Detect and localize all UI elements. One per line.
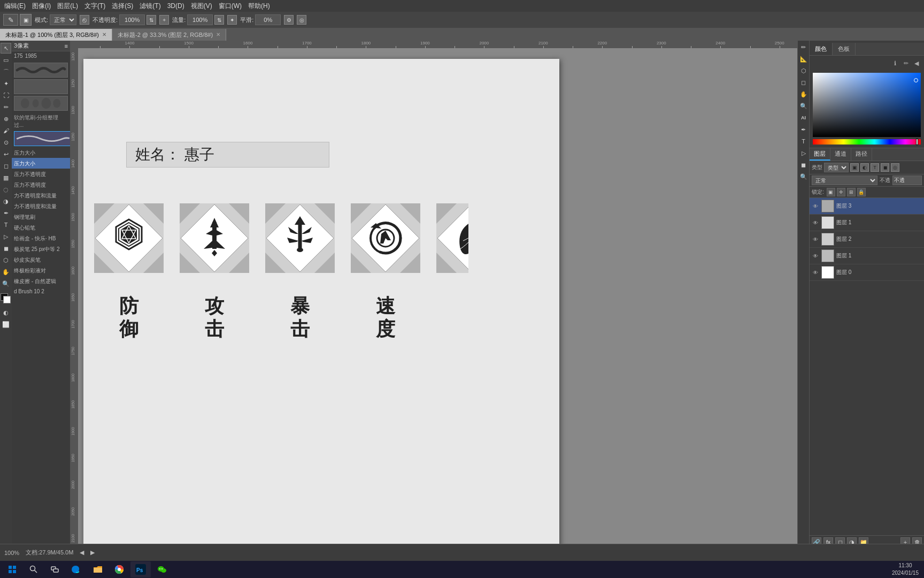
- tool-history-brush[interactable]: ↩: [1, 149, 11, 159]
- pressure-item-9[interactable]: 极炭笔 25 px中等 2: [12, 244, 70, 254]
- opacity-value-input[interactable]: [892, 176, 922, 185]
- pressure-item-4[interactable]: 力不透明度和流量: [12, 190, 70, 201]
- tool-eyedropper[interactable]: ✏: [1, 102, 11, 112]
- layers-tab-layers[interactable]: 图层: [810, 148, 830, 161]
- tool-wand[interactable]: ✦: [1, 78, 11, 89]
- extra-settings[interactable]: ◎: [297, 15, 306, 25]
- tool-heal[interactable]: ⊕: [1, 113, 11, 124]
- tool-crop[interactable]: ⛶: [1, 90, 11, 101]
- blend-mode-select[interactable]: 正常: [812, 176, 877, 185]
- pressure-item-10[interactable]: 砂皮实炭笔: [12, 254, 70, 265]
- opacity-input[interactable]: [119, 14, 145, 25]
- lock-all[interactable]: 🔒: [857, 188, 866, 196]
- right-icon-eyedropper[interactable]: ✏: [798, 42, 809, 52]
- menu-select[interactable]: 选择(S): [112, 2, 133, 11]
- win-taskview[interactable]: [45, 561, 65, 577]
- panel-icon-collapse[interactable]: ◀: [912, 59, 921, 67]
- layer-row-1a[interactable]: 👁 图层 1: [810, 215, 924, 231]
- layer-2-eye[interactable]: 👁: [812, 235, 819, 243]
- pressure-item-11[interactable]: 终极粉彩液对: [12, 265, 70, 276]
- panel-icon-eyedropper[interactable]: ✏: [902, 59, 910, 67]
- tool-stamp[interactable]: ⊙: [1, 137, 11, 148]
- tool-text[interactable]: T: [1, 219, 11, 230]
- pressure-item-0[interactable]: 压力大小: [12, 147, 70, 158]
- lock-position[interactable]: ✛: [837, 188, 845, 196]
- fg-color-swatch[interactable]: [1, 293, 11, 304]
- hue-bar[interactable]: [813, 139, 921, 144]
- win-photoshop[interactable]: Ps: [130, 561, 151, 577]
- win-explorer[interactable]: [88, 561, 108, 577]
- layer-row-1b[interactable]: 👁 图层 1: [810, 248, 924, 264]
- tool-screen-mode[interactable]: ⬜: [1, 319, 11, 330]
- pressure-item-12[interactable]: 橡皮擦 - 自然逻辑: [12, 276, 70, 286]
- brush-thumb-2[interactable]: [14, 96, 68, 111]
- layer-filter-smart[interactable]: ◎: [891, 163, 899, 172]
- tab-0-close[interactable]: ✕: [102, 32, 106, 37]
- menu-layer[interactable]: 图层(L): [57, 2, 78, 11]
- layer-0-eye[interactable]: 👁: [812, 269, 819, 276]
- tool-zoom[interactable]: 🔍: [1, 278, 11, 289]
- smooth-input[interactable]: [255, 14, 281, 25]
- tool-eraser[interactable]: ◻: [1, 161, 11, 171]
- color-gradient[interactable]: [813, 73, 921, 137]
- brush-panel-collapse[interactable]: ≡: [65, 43, 68, 49]
- tool-3d[interactable]: ⬡: [1, 255, 11, 265]
- pressure-icon[interactable]: ⎋: [80, 15, 89, 25]
- airbrush-icon[interactable]: ✦: [159, 15, 169, 25]
- menu-image[interactable]: 图像(I): [32, 2, 51, 11]
- panel-icon-info[interactable]: ℹ: [891, 59, 899, 67]
- right-tab-color[interactable]: 颜色: [810, 43, 833, 55]
- right-icon-select[interactable]: ◻: [798, 77, 809, 88]
- pressure-item-3[interactable]: 压力不透明度: [12, 179, 70, 190]
- win-start[interactable]: [2, 561, 22, 577]
- tab-1-close[interactable]: ✕: [216, 32, 220, 37]
- layers-tab-channels[interactable]: 通道: [830, 148, 851, 161]
- tab-0[interactable]: 未标题-1 @ 100% (图层 3, RGB/8#) ✕: [0, 29, 112, 41]
- layer-3-eye[interactable]: 👁: [812, 202, 819, 210]
- flow-toggle[interactable]: ⇅: [214, 15, 224, 25]
- pressure-item-13[interactable]: d Brush 10 2: [12, 286, 70, 295]
- tool-move[interactable]: ↖: [1, 43, 11, 54]
- canvas-area[interactable]: 姓名： 惠子: [78, 48, 809, 561]
- scroll-left[interactable]: ◀: [80, 549, 84, 556]
- right-icon-path[interactable]: ▷: [798, 148, 809, 158]
- right-icon-text[interactable]: T: [798, 136, 809, 147]
- pressure-item-8[interactable]: 给画盒 - 快乐· HB: [12, 233, 70, 244]
- pressure-item-1[interactable]: 压力大小: [12, 158, 70, 169]
- lock-artboard[interactable]: ⊞: [847, 188, 856, 196]
- pressure-item-2[interactable]: 压力不透明度: [12, 169, 70, 179]
- layer-1a-eye[interactable]: 👁: [812, 219, 819, 226]
- layer-filter-pixel[interactable]: ▣: [850, 163, 859, 172]
- flow-icon2[interactable]: ✦: [227, 15, 237, 25]
- right-icon-pen[interactable]: ✒: [798, 124, 809, 135]
- menu-edit[interactable]: 编辑(E): [4, 2, 26, 11]
- win-wechat[interactable]: [152, 561, 172, 577]
- menu-filter[interactable]: 滤镜(T): [140, 2, 160, 11]
- opacity-toggle[interactable]: ⇅: [147, 15, 156, 25]
- mode-select[interactable]: 正常: [50, 14, 76, 25]
- right-icon-hand[interactable]: ✋: [798, 89, 809, 100]
- layers-tab-paths[interactable]: 路径: [851, 148, 872, 161]
- pressure-item-6[interactable]: 钢理笔刷: [12, 211, 70, 222]
- right-icon-ruler[interactable]: 📐: [798, 54, 809, 64]
- right-tab-swatch[interactable]: 色板: [833, 43, 856, 55]
- menu-text[interactable]: 文字(T): [84, 2, 105, 11]
- tool-select-rect[interactable]: ▭: [1, 55, 11, 65]
- tool-brush[interactable]: 🖌: [1, 125, 11, 136]
- layer-filter-shape[interactable]: ◼: [881, 163, 889, 172]
- menu-help[interactable]: 帮助(H): [248, 2, 270, 11]
- kind-select[interactable]: 类型: [824, 163, 849, 172]
- tool-lasso[interactable]: ⌒: [1, 66, 11, 77]
- win-edge[interactable]: [66, 561, 87, 577]
- tab-1[interactable]: 未标题-2 @ 33.3% (图层 2, RGB/8#) ✕: [112, 29, 226, 41]
- tool-dodge[interactable]: ◑: [1, 196, 11, 207]
- smooth-settings[interactable]: ⚙: [284, 15, 294, 25]
- tool-path-select[interactable]: ▷: [1, 231, 11, 242]
- pressure-item-7[interactable]: 硬心铅笔: [12, 222, 70, 233]
- tool-blur[interactable]: ◌: [1, 184, 11, 195]
- right-icon-zoom2[interactable]: 🔍: [798, 171, 809, 182]
- right-icon-zoom[interactable]: 🔍: [798, 101, 809, 111]
- layer-row-2[interactable]: 👁 图层 2: [810, 231, 924, 248]
- tool-gradient[interactable]: ▦: [1, 172, 11, 183]
- tool-mask-mode[interactable]: ◐: [1, 307, 11, 318]
